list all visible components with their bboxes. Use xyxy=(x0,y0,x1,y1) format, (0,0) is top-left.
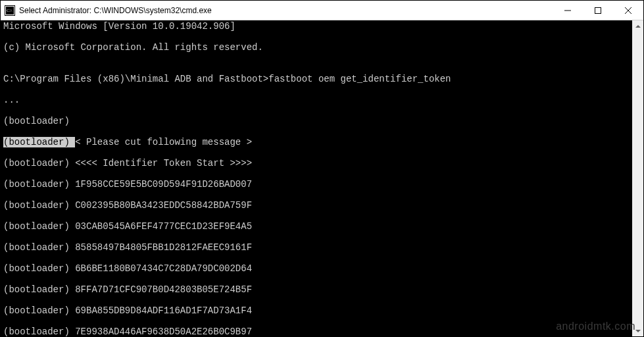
terminal-line: C:\Program Files (x86)\Minimal ADB and F… xyxy=(3,74,630,84)
close-icon xyxy=(625,7,632,14)
terminal-line: (bootloader) C002395B80BA3423EDDC58842BD… xyxy=(3,200,630,211)
terminal[interactable]: Microsoft Windows [Version 10.0.19042.90… xyxy=(1,20,643,336)
chevron-up-icon xyxy=(635,25,641,28)
minimize-button[interactable] xyxy=(553,1,583,20)
text: < Please cut following message > xyxy=(75,137,252,147)
maximize-icon xyxy=(595,7,601,14)
text: (bootloader) xyxy=(3,116,70,126)
terminal-line: (bootloader) 85858497B4805FBB1D2812FAEEC… xyxy=(3,242,630,253)
scrollbar-track[interactable] xyxy=(632,32,643,325)
text: (bootloader) 6B6BE1180B07434C7C28DA79DC0… xyxy=(3,263,252,274)
watermark: androidmtk.com xyxy=(556,321,635,332)
svg-text:C:\: C:\ xyxy=(7,8,12,13)
terminal-line: (bootloader) 1F958CCE59E5BC09D594F91D26B… xyxy=(3,179,630,190)
text: (bootloader) <<<< Identifier Token Start… xyxy=(3,158,252,168)
text: C:\Program Files (x86)\Minimal ADB and F… xyxy=(3,74,451,84)
chevron-down-icon xyxy=(635,330,641,332)
selected-text: (bootloader) xyxy=(3,137,75,147)
scrollbar[interactable] xyxy=(632,20,643,336)
terminal-line: (bootloader) 8FFA7D71CFC907B0D42803B05E7… xyxy=(3,284,630,295)
terminal-line: (bootloader) xyxy=(3,116,630,126)
app-icon: C:\ xyxy=(1,5,19,16)
svg-rect-5 xyxy=(595,7,601,13)
minimize-icon xyxy=(564,7,571,14)
window-controls xyxy=(553,1,643,20)
text: (bootloader) 7E9938AD446AF9638D50A2E26B0… xyxy=(3,326,252,336)
close-button[interactable] xyxy=(613,1,643,20)
cmd-window: C:\ Select Administrator: C:\WINDOWS\sys… xyxy=(0,0,644,337)
window-title: Select Administrator: C:\WINDOWS\system3… xyxy=(19,6,212,15)
text: (bootloader) 1F958CCE59E5BC09D594F91D26B… xyxy=(3,179,252,190)
terminal-line: (c) Microsoft Corporation. All rights re… xyxy=(3,42,630,53)
maximize-button[interactable] xyxy=(583,1,613,20)
terminal-line: (bootloader) 7E9938AD446AF9638D50A2E26B0… xyxy=(3,326,630,336)
terminal-content[interactable]: Microsoft Windows [Version 10.0.19042.90… xyxy=(1,20,632,336)
text: (c) Microsoft Corporation. All rights re… xyxy=(3,42,263,53)
text: Microsoft Windows [Version 10.0.19042.90… xyxy=(3,21,235,32)
terminal-line: Microsoft Windows [Version 10.0.19042.90… xyxy=(3,21,630,32)
terminal-line: (bootloader) < Please cut following mess… xyxy=(3,137,630,147)
text: (bootloader) C002395B80BA3423EDDC58842BD… xyxy=(3,200,252,211)
text: (bootloader) 85858497B4805FBB1D2812FAEEC… xyxy=(3,242,252,253)
text: ... xyxy=(3,95,20,105)
terminal-line: (bootloader) 6B6BE1180B07434C7C28DA79DC0… xyxy=(3,263,630,274)
terminal-line: (bootloader) 03CAB0545A6FEF4777CEC1D23EF… xyxy=(3,221,630,232)
cmd-icon: C:\ xyxy=(5,5,15,16)
terminal-line: (bootloader) <<<< Identifier Token Start… xyxy=(3,158,630,168)
text: (bootloader) 8FFA7D71CFC907B0D42803B05E7… xyxy=(3,284,252,295)
text: (bootloader) 03CAB0545A6FEF4777CEC1D23EF… xyxy=(3,221,252,232)
text: (bootloader) 69BA855DB9D84ADF116AD1F7AD7… xyxy=(3,305,252,316)
terminal-line: ... xyxy=(3,95,630,105)
terminal-line: (bootloader) 69BA855DB9D84ADF116AD1F7AD7… xyxy=(3,305,630,316)
titlebar: C:\ Select Administrator: C:\WINDOWS\sys… xyxy=(1,1,643,20)
scroll-up-button[interactable] xyxy=(632,20,643,32)
